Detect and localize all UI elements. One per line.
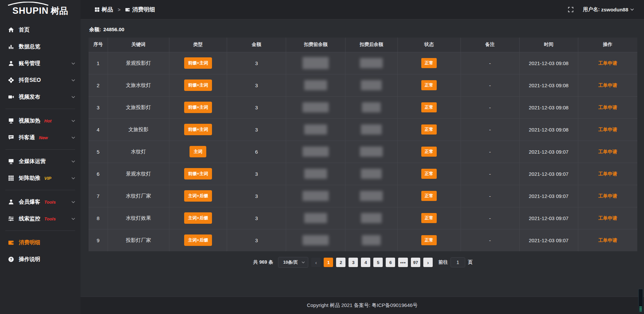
app-logo[interactable]: SHUPIN 树品: [0, 0, 80, 19]
type-badge: 前缀+主词: [184, 124, 212, 135]
cell-type: 主词: [169, 141, 227, 163]
sidebar-item-label: 消费明细: [19, 239, 40, 246]
sidebar-item-consumption-detail[interactable]: 消费明细: [0, 234, 80, 251]
user-menu[interactable]: 用户名: zswodun88: [583, 6, 634, 13]
sidebar-item-badge: VIP: [44, 176, 51, 181]
sidebar-item-label: 会员爆客: [19, 199, 40, 206]
cell-type: 主词+后缀: [169, 229, 227, 251]
cell-remark: -: [461, 229, 519, 251]
masked-balance: [304, 80, 327, 90]
cell-amount: 3: [227, 74, 286, 96]
masked-balance: [361, 213, 382, 223]
table-body: 1景观投影灯前缀+主词3正常-2021-12-03 09:08工单申请2文旅水纹…: [89, 52, 637, 251]
sidebar-item-member-burst[interactable]: 会员爆客Tools: [0, 194, 80, 210]
cell-status: 正常: [397, 185, 461, 207]
sidebar-item-label: 操作说明: [19, 256, 40, 263]
cell-time: 2021-12-03 09:08: [519, 74, 578, 96]
sliders-icon: [8, 216, 14, 222]
sidebar-item-douketong[interactable]: 抖客通New: [0, 129, 80, 146]
status-badge: 正常: [421, 124, 437, 135]
sidebar-divider: [5, 230, 75, 231]
type-badge: 前缀+主词: [184, 57, 212, 69]
page-button-6[interactable]: 6: [386, 258, 395, 267]
cell-type: 前缀+主词: [169, 96, 227, 118]
copyright-text: Copyright 树品 2021 备案号: 粤ICP备09019646号: [307, 302, 418, 309]
cell-post_balance: [345, 52, 397, 74]
breadcrumb-root[interactable]: 树品: [102, 6, 113, 13]
cell-type: 主词+后缀: [169, 185, 227, 207]
work-order-link[interactable]: 工单申请: [598, 105, 617, 110]
page-button-2[interactable]: 2: [336, 258, 345, 267]
work-order-link[interactable]: 工单申请: [598, 215, 617, 221]
sidebar-item-badge: New: [39, 135, 48, 140]
table-row: 3文旅投影灯前缀+主词3正常-2021-12-03 09:08工单申请: [89, 96, 637, 118]
masked-balance: [304, 213, 327, 223]
page-button-5[interactable]: 5: [373, 258, 383, 267]
page-buttons: 123456•••97: [324, 258, 420, 267]
cell-status: 正常: [397, 207, 461, 229]
page-button-3[interactable]: 3: [348, 258, 358, 267]
sidebar-item-video-publish[interactable]: 视频发布: [0, 89, 80, 105]
browser-extension-widget[interactable]: [638, 289, 643, 312]
cell-index: 2: [89, 74, 108, 96]
sidebar-item-operation-guide[interactable]: ?操作说明: [0, 251, 80, 268]
sidebar-item-home[interactable]: 首页: [0, 21, 80, 38]
chevron-down-icon: [71, 137, 75, 139]
status-badge: 正常: [421, 147, 437, 157]
username-label: 用户名:: [583, 6, 600, 13]
cell-time: 2021-12-03 09:07: [519, 229, 578, 251]
sidebar-item-data-overview[interactable]: 数据总览: [0, 38, 80, 55]
cell-index: 9: [89, 229, 108, 251]
work-order-link[interactable]: 工单申请: [598, 83, 617, 88]
cell-keyword: 文旅投影灯: [108, 96, 169, 118]
sidebar-item-douyin-seo[interactable]: 抖音SEO: [0, 72, 80, 89]
breadcrumb-current: 消费明细: [132, 6, 155, 13]
page-size-select[interactable]: 10条/页: [278, 257, 308, 268]
footer: Copyright 树品 2021 备案号: 粤ICP备09019646号: [80, 297, 644, 314]
work-order-link[interactable]: 工单申请: [598, 193, 617, 199]
cell-pre_balance: [286, 96, 345, 118]
cell-status: 正常: [397, 96, 461, 118]
chevron-down-icon: [630, 8, 634, 11]
prev-page-button[interactable]: ‹: [311, 258, 321, 267]
masked-balance: [303, 102, 329, 112]
cell-status: 正常: [397, 52, 461, 74]
more-pages-button[interactable]: •••: [398, 258, 408, 267]
jump-page-input[interactable]: [450, 257, 465, 267]
cell-keyword: 水纹灯厂家: [108, 185, 169, 207]
cell-amount: 3: [227, 52, 286, 74]
widget-bar: [639, 307, 642, 307]
page-button-4[interactable]: 4: [361, 258, 370, 267]
type-badge: 前缀+主词: [184, 168, 212, 179]
sidebar-item-matrix-boost[interactable]: 矩阵助推VIP: [0, 170, 80, 187]
work-order-link[interactable]: 工单申请: [598, 238, 617, 243]
cell-keyword: 水纹灯效果: [108, 207, 169, 229]
work-order-link[interactable]: 工单申请: [598, 127, 617, 132]
sidebar-item-video-heating[interactable]: 视频加热Hot: [0, 112, 80, 129]
page-button-97[interactable]: 97: [411, 258, 420, 267]
wallet-icon: [8, 240, 14, 246]
sidebar-item-clue-monitor[interactable]: 线索监控Tools: [0, 210, 80, 227]
work-order-link[interactable]: 工单申请: [598, 60, 617, 66]
table-row: 7水纹灯厂家主词+后缀3正常-2021-12-03 09:07工单申请: [89, 185, 637, 207]
fullscreen-icon[interactable]: [568, 7, 574, 12]
cell-status: 正常: [397, 141, 461, 163]
column-header-amount: 金额: [227, 38, 286, 52]
page-button-1[interactable]: 1: [324, 258, 333, 267]
chat-bubble-icon: [8, 135, 14, 141]
grid-icon: [8, 175, 14, 181]
sidebar-item-account-management[interactable]: 账号管理: [0, 55, 80, 72]
status-badge: 正常: [421, 235, 437, 245]
bar-chart-icon: [8, 44, 14, 50]
sidebar-item-all-media-operation[interactable]: 全媒体运营: [0, 153, 80, 170]
work-order-link[interactable]: 工单申请: [598, 171, 617, 176]
cell-action: 工单申请: [578, 74, 637, 96]
work-order-link[interactable]: 工单申请: [598, 149, 617, 154]
widget-bar: [639, 311, 642, 311]
chevron-down-icon: [71, 62, 75, 65]
sidebar-item-label: 抖客通: [19, 134, 35, 141]
masked-balance: [362, 102, 381, 112]
status-badge: 正常: [421, 58, 437, 68]
next-page-button[interactable]: ›: [423, 258, 433, 267]
sidebar-item-label: 账号管理: [19, 60, 40, 67]
